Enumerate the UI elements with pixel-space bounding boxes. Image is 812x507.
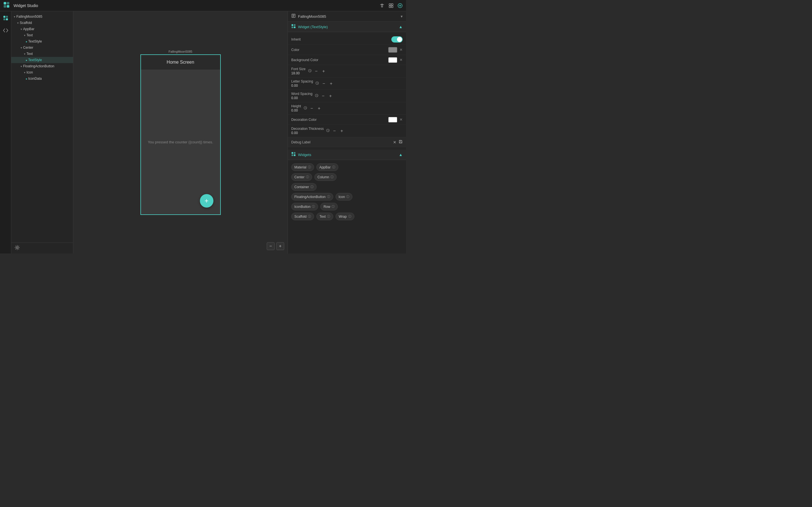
decocolor-clear-icon[interactable]: ✕	[400, 117, 403, 122]
delete-button[interactable]	[379, 3, 385, 8]
widgets-section-icon	[291, 152, 296, 158]
height-increase-button[interactable]: +	[316, 106, 322, 111]
fontsize-decrease-button[interactable]: −	[313, 68, 319, 74]
color-swatch[interactable]	[388, 47, 397, 53]
tree-label-icondata: IconData	[28, 76, 42, 80]
zoom-in-button[interactable]: +	[276, 242, 284, 250]
debug-close-icon[interactable]: ✕	[393, 140, 396, 145]
tree-item-text2[interactable]: ▾ Text	[11, 51, 73, 57]
svg-rect-0	[4, 2, 6, 4]
tree-item-fallingmoon[interactable]: ▾ FallingMoon5085	[11, 13, 73, 20]
widget-chip-scaffold[interactable]: Scaffold ⓘ	[291, 213, 314, 220]
svg-rect-14	[292, 24, 293, 26]
widget-chip-row-info[interactable]: ⓘ	[332, 205, 335, 209]
height-history-icon[interactable]	[303, 106, 307, 111]
prop-wordspacing-group: Word Spacing 0.00	[291, 92, 312, 100]
tree-item-textstyle2[interactable]: ▸ TextStyle	[11, 57, 73, 63]
svg-rect-19	[400, 140, 401, 141]
decocolor-swatch[interactable]	[388, 117, 397, 122]
widgets-section-chevron[interactable]: ▲	[399, 152, 403, 157]
widget-chip-material-info[interactable]: ⓘ	[308, 165, 311, 169]
tree-item-fab[interactable]: ▾ FloatingActionButton	[11, 63, 73, 69]
tree-item-center[interactable]: ▾ Center	[11, 45, 73, 51]
wordspacing-decrease-button[interactable]: −	[320, 93, 326, 99]
fontsize-history-icon[interactable]	[308, 69, 312, 73]
widget-chip-wrap-info[interactable]: ⓘ	[348, 214, 351, 219]
widget-chip-appbar-label: AppBar	[319, 165, 331, 169]
widget-chip-scaffold-info[interactable]: ⓘ	[308, 214, 311, 219]
bgcolor-clear-icon[interactable]: ✕	[400, 58, 403, 62]
widget-chip-wrap[interactable]: Wrap ⓘ	[336, 213, 354, 220]
svg-rect-10	[6, 16, 8, 18]
widgets-section-title: Widgets	[298, 153, 396, 157]
widget-row-2: Center ⓘ Column ⓘ	[291, 173, 403, 181]
prop-letterspacing-value: 0.00	[291, 83, 313, 88]
widget-chip-fab-info[interactable]: ⓘ	[327, 194, 330, 199]
svg-rect-20	[292, 152, 293, 154]
widget-chip-iconbutton-info[interactable]: ⓘ	[312, 205, 315, 209]
widget-chip-text-info[interactable]: ⓘ	[327, 214, 330, 219]
widget-chip-container[interactable]: Container ⓘ	[291, 183, 317, 191]
widget-chip-appbar[interactable]: AppBar ⓘ	[316, 163, 338, 171]
inherit-toggle[interactable]	[391, 36, 403, 43]
widget-chip-column[interactable]: Column ⓘ	[314, 173, 337, 181]
widget-chip-center[interactable]: Center ⓘ	[291, 173, 312, 181]
topbar-actions	[379, 3, 403, 8]
tree-label-center: Center	[23, 46, 33, 50]
prop-decocolor-row: Decoration Color ✕	[288, 115, 406, 125]
widget-chip-icon-info[interactable]: ⓘ	[346, 194, 349, 199]
tree-dot-textstyle1: ▸	[26, 40, 28, 43]
zoom-controls: − +	[267, 242, 284, 250]
app-logo	[3, 2, 10, 9]
height-decrease-button[interactable]: −	[309, 106, 315, 111]
widget-chip-icon[interactable]: Icon ⓘ	[336, 193, 353, 201]
tree-item-text1[interactable]: ▾ Text	[11, 32, 73, 38]
color-clear-icon[interactable]: ✕	[400, 48, 403, 52]
textstyle-section-chevron[interactable]: ▲	[399, 24, 403, 29]
widget-chip-column-info[interactable]: ⓘ	[331, 175, 334, 179]
fontsize-increase-button[interactable]: +	[321, 68, 326, 74]
letterspacing-increase-button[interactable]: +	[328, 81, 334, 87]
phone-fab[interactable]: +	[200, 194, 213, 208]
letterspacing-decrease-button[interactable]: −	[321, 81, 326, 87]
tree-item-textstyle1[interactable]: ▸ TextStyle	[11, 38, 73, 45]
settings-button[interactable]	[15, 245, 20, 251]
phone-frame-wrapper: FallingMoon5085 Home Screen You pressed …	[140, 50, 221, 215]
widget-chip-center-info[interactable]: ⓘ	[306, 175, 309, 179]
decothickness-history-icon[interactable]	[326, 128, 330, 133]
widget-tree-icon[interactable]	[2, 14, 10, 22]
panel-header-chevron[interactable]: ▾	[401, 14, 403, 18]
widget-chip-appbar-info[interactable]: ⓘ	[332, 165, 335, 169]
decothickness-increase-button[interactable]: +	[339, 128, 345, 134]
tree-item-icondata[interactable]: ▸ IconData	[11, 75, 73, 82]
code-icon-btn[interactable]	[2, 26, 10, 34]
widget-chip-row[interactable]: Row ⓘ	[320, 203, 338, 210]
phone-frame: Home Screen You pressed the counter {{co…	[140, 54, 221, 215]
widget-chip-fab-label: FloatingActionButton	[294, 195, 326, 199]
tree-item-icon[interactable]: ▾ Icon	[11, 69, 73, 75]
widget-chip-iconbutton[interactable]: IconButton ⓘ	[291, 203, 318, 210]
decothickness-decrease-button[interactable]: −	[332, 128, 337, 134]
prop-decothickness-label: Decoration Thickness	[291, 127, 324, 131]
letterspacing-history-icon[interactable]	[315, 81, 319, 86]
widget-chip-container-info[interactable]: ⓘ	[310, 185, 313, 189]
phone-body: You pressed the counter {{count}} times.	[141, 69, 220, 214]
textstyle-section-title: Widget (TextStyle)	[298, 25, 396, 29]
svg-rect-7	[391, 6, 393, 8]
widget-chip-text[interactable]: Text ⓘ	[316, 213, 333, 220]
svg-rect-12	[6, 18, 8, 20]
widget-chip-material[interactable]: Material ⓘ	[291, 163, 314, 171]
wordspacing-history-icon[interactable]	[315, 94, 319, 98]
wordspacing-increase-button[interactable]: +	[327, 93, 333, 99]
zoom-out-button[interactable]: −	[267, 242, 274, 250]
tree-item-scaffold[interactable]: ▾ Scaffold	[11, 20, 73, 26]
tree-label-text2: Text	[27, 52, 33, 56]
svg-rect-17	[294, 26, 296, 28]
tree-item-appbar[interactable]: ▾ AppBar	[11, 26, 73, 32]
add-button[interactable]	[398, 3, 403, 8]
bgcolor-swatch[interactable]	[388, 57, 397, 63]
widget-chip-fab[interactable]: FloatingActionButton ⓘ	[291, 193, 333, 201]
debug-save-icon[interactable]	[399, 140, 403, 145]
widgets-list: Material ⓘ AppBar ⓘ Center ⓘ Column ⓘ	[288, 160, 406, 224]
grid-button[interactable]	[389, 3, 394, 8]
